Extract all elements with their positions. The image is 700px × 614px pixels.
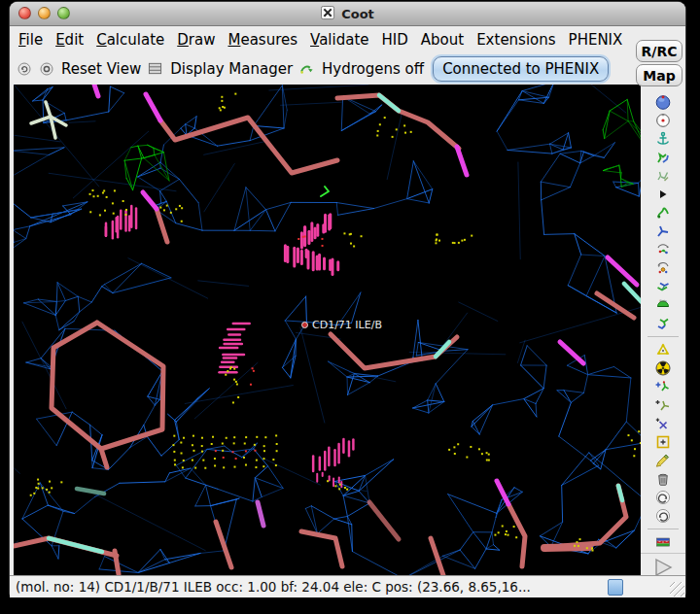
menu-hid[interactable]: HID	[382, 31, 408, 49]
menu-calculate[interactable]: Calculate	[96, 31, 164, 49]
main-area: CD1/71 ILE/B Side	[10, 85, 685, 575]
radiation-damage-icon[interactable]	[655, 360, 671, 376]
statusbar: (mol. no: 14) CD1/1/B/71 ILEB occ: 1.00 …	[10, 575, 685, 597]
run-refine-icon[interactable]	[655, 187, 671, 202]
add-atom-icon[interactable]	[655, 416, 671, 431]
status-text: (mol. no: 14) CD1/1/B/71 ILEB occ: 1.00 …	[16, 579, 531, 595]
menu-edit[interactable]: Edit	[55, 31, 84, 49]
mutate-icon[interactable]	[655, 342, 671, 358]
resize-grip[interactable]	[670, 582, 684, 597]
add-terminal-residue-icon[interactable]	[655, 379, 671, 394]
menu-draw[interactable]: Draw	[177, 31, 215, 49]
reset-view-button[interactable]: Reset View	[61, 60, 141, 78]
undo-icon[interactable]	[655, 490, 671, 505]
place-marker-icon[interactable]	[655, 434, 671, 450]
menu-extensions[interactable]: Extensions	[476, 31, 555, 49]
right-buttons: R/RC Map	[636, 40, 682, 86]
map-button[interactable]: Map	[636, 64, 682, 86]
menu-file[interactable]: File	[18, 31, 43, 49]
sidebar-separator	[648, 336, 679, 337]
menu-validate[interactable]: Validate	[310, 31, 368, 49]
x11-icon	[321, 6, 336, 21]
menu-phenix[interactable]: PHENIX	[569, 31, 623, 49]
auto-fit-rotamer-icon[interactable]	[655, 242, 671, 257]
regularize-icon[interactable]	[655, 205, 671, 221]
display-manager-icon[interactable]	[148, 61, 163, 77]
minimize-button[interactable]	[38, 7, 51, 19]
display-manager-button[interactable]: Display Manager	[170, 60, 293, 78]
redo-icon[interactable]	[655, 508, 671, 524]
rotamer-icon[interactable]	[655, 260, 671, 276]
anchor-icon[interactable]	[655, 131, 671, 147]
rock-view-icon[interactable]	[655, 113, 671, 128]
rrc-button[interactable]: R/RC	[636, 40, 682, 62]
sidebar-icon-list: Side	[648, 94, 679, 550]
run-button[interactable]	[652, 558, 674, 577]
3d-viewport[interactable]: CD1/71 ILE/B	[14, 85, 641, 575]
zoom-button[interactable]	[57, 7, 70, 19]
real-space-refine-icon[interactable]	[655, 150, 671, 165]
titlebar[interactable]: Coot	[10, 2, 685, 26]
desktop: { "window": { "title": "Coot" }, "menuba…	[0, 0, 700, 614]
rotate-bond-icon[interactable]	[655, 223, 671, 239]
coot-window: Coot FileEditCalculateDrawMeasuresValida…	[10, 2, 685, 596]
hydrogens-off-button[interactable]: Hydrogens off	[322, 60, 424, 78]
menubar: FileEditCalculateDrawMeasuresValidateHID…	[10, 26, 685, 52]
tool-sidebar: Side	[641, 85, 685, 575]
traffic-lights	[18, 7, 70, 19]
delete-icon[interactable]	[655, 471, 671, 487]
reset-back-icon[interactable]	[17, 61, 32, 77]
record-target-icon[interactable]	[39, 61, 54, 77]
menu-measures[interactable]: Measures	[228, 31, 298, 49]
svg-text:Side: Side	[659, 299, 666, 303]
density-canvas[interactable]	[14, 85, 641, 575]
connected-to-phenix-button[interactable]: Connected to PHENIX	[433, 56, 609, 82]
close-button[interactable]	[18, 7, 31, 19]
sidebar-separator	[648, 529, 679, 529]
status-scrollbar-thumb[interactable]	[608, 579, 623, 596]
recentre-icon[interactable]	[655, 94, 671, 110]
edit-chi-icon[interactable]	[655, 279, 671, 294]
window-title-text: Coot	[341, 7, 374, 21]
toolbar: Reset View Display Manager Hydrogens off…	[10, 52, 685, 85]
add-alt-conf-icon[interactable]	[655, 397, 671, 413]
hydrogens-toggle-icon[interactable]	[299, 61, 315, 77]
menu-about[interactable]: About	[421, 31, 464, 49]
flag-icon[interactable]	[655, 534, 671, 550]
window-title: Coot	[321, 6, 374, 21]
map-sphere-icon[interactable]: Side	[655, 297, 671, 313]
refine-fragment-icon[interactable]	[655, 168, 671, 184]
flip-peptide-icon[interactable]	[655, 316, 671, 331]
clean-icon[interactable]	[655, 453, 671, 468]
